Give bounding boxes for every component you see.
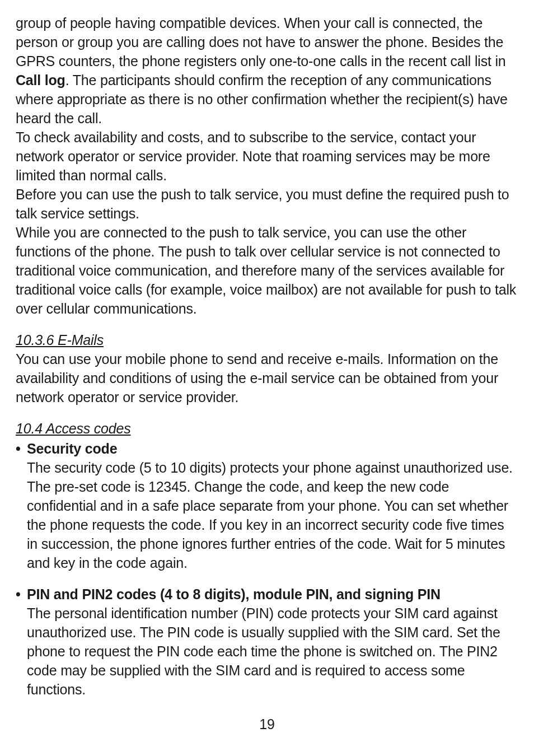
bullet-dot-icon: • (16, 439, 27, 458)
bullet-body-pin: The personal identification number (PIN)… (16, 604, 518, 699)
paragraph-4: While you are connected to the push to t… (16, 223, 518, 318)
paragraph-1: group of people having compatible device… (16, 13, 518, 128)
paragraph-1b: . The participants should confirm the re… (16, 72, 508, 126)
call-log-bold: Call log (16, 72, 65, 88)
bullet-pin-codes: • PIN and PIN2 codes (4 to 8 digits), mo… (16, 585, 518, 699)
bullet-dot-icon: • (16, 585, 27, 604)
bullet-title-security: Security code (27, 439, 117, 458)
paragraph-5: You can use your mobile phone to send an… (16, 349, 518, 407)
bullet-security-code: • Security code The security code (5 to … (16, 439, 518, 572)
paragraph-3: Before you can use the push to talk serv… (16, 185, 518, 223)
heading-access-codes: 10.4 Access codes (16, 419, 518, 438)
bullet-body-security: The security code (5 to 10 digits) prote… (16, 458, 518, 572)
bullet-title-pin: PIN and PIN2 codes (4 to 8 digits), modu… (27, 585, 441, 604)
paragraph-2: To check availability and costs, and to … (16, 128, 518, 185)
paragraph-1a: group of people having compatible device… (16, 15, 506, 69)
bullet-head: • Security code (16, 439, 518, 458)
page-number: 19 (0, 715, 534, 734)
bullet-head: • PIN and PIN2 codes (4 to 8 digits), mo… (16, 585, 518, 604)
heading-emails: 10.3.6 E-Mails (16, 330, 518, 349)
